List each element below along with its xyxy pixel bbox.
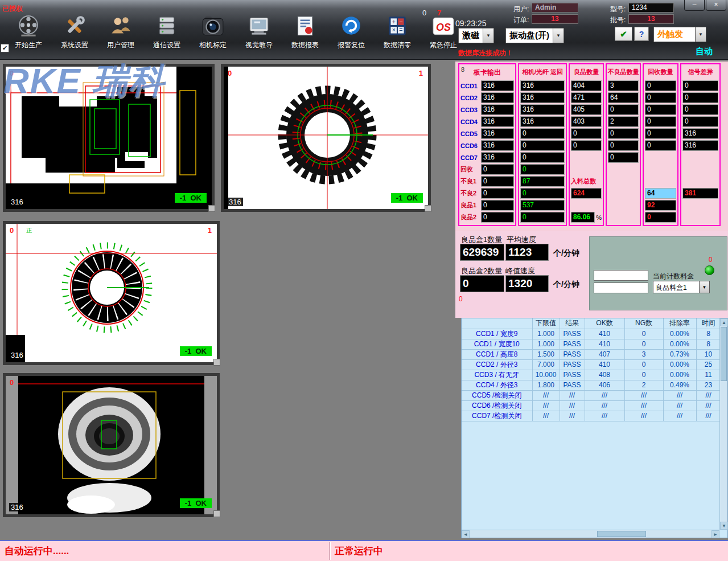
stat-value: 316: [481, 80, 514, 91]
vision-teaching-button[interactable]: 视觉教导: [238, 14, 279, 50]
stat-value: 64: [645, 188, 676, 199]
stat-value: 316: [481, 116, 514, 127]
good-box1-count: 629639: [460, 244, 504, 261]
scrollbar-thumb[interactable]: [597, 531, 646, 537]
data-report-button[interactable]: 数据报表: [285, 14, 326, 50]
horizontal-scrollbar[interactable]: ◄ ►: [462, 530, 719, 538]
order-label: 订单:: [513, 15, 529, 25]
hopper-input-2[interactable]: [594, 282, 648, 293]
camera-calibration-button[interactable]: 相机标定: [192, 14, 233, 50]
resize-grip[interactable]: [213, 359, 220, 366]
stat-row-label: CCD4: [460, 118, 481, 125]
table-row[interactable]: CCD2 / 外径3 7.000 PASS 410 0 0.00% 25: [462, 359, 721, 370]
camera4-count: 316: [9, 503, 25, 511]
stats-group-good-count: 良品数量 404 471 405 403 0 0 入料总数 624 86.06%: [569, 63, 604, 226]
scroll-left-icon[interactable]: ◄: [462, 530, 470, 538]
camera-view-3: 0 正 1 316 -1 OK: [3, 221, 220, 365]
result-ng: 0: [624, 339, 663, 349]
resize-grip[interactable]: [208, 205, 215, 212]
camera2-result-badge: -1 OK: [391, 193, 423, 203]
scroll-down-icon[interactable]: ▼: [720, 522, 728, 530]
stat-value: 0: [682, 104, 718, 115]
stat-row-label: CCD2: [460, 95, 481, 101]
camera1-frame-index: 0: [10, 69, 14, 77]
results-header: [462, 318, 532, 329]
camera2-frame-index: 0: [228, 69, 232, 77]
table-row[interactable]: CCD5 /检测关闭 /// /// /// /// /// ///: [462, 390, 721, 400]
stat-value: 404: [571, 80, 602, 91]
excite-combo[interactable]: 激磁 ▼: [458, 28, 494, 43]
table-row[interactable]: CCD1 / 高度8 1.500 PASS 407 3 0.73% 10: [462, 349, 721, 359]
result-name: CCD7 /检测关闭: [462, 411, 532, 421]
vibrator-combo[interactable]: 振动盘(开) ▼: [505, 28, 564, 43]
scroll-right-icon[interactable]: ►: [711, 530, 719, 538]
stat-value: 0: [481, 176, 514, 187]
alarm-count: 7: [437, 9, 441, 17]
result-name: CCD5 /检测关闭: [462, 390, 532, 400]
vibrator-combo-value: 振动盘(开): [505, 28, 553, 43]
result-ok: ///: [585, 411, 624, 421]
table-row[interactable]: CCD4 / 外径3 1.800 PASS 406 2 0.49% 23: [462, 380, 721, 390]
result-ng: ///: [624, 390, 663, 400]
model-field[interactable]: 1234: [628, 3, 674, 13]
camera2-count: 316: [227, 198, 243, 206]
chevron-down-icon[interactable]: ▼: [483, 28, 494, 43]
user-field[interactable]: Admin: [532, 3, 578, 13]
camera3-tally-mark: 正: [26, 227, 32, 235]
scroll-up-icon[interactable]: ▲: [720, 318, 728, 326]
result-limit: 10.000: [532, 370, 560, 380]
stat-value: 0: [520, 152, 565, 163]
hopper-input-1[interactable]: [594, 270, 648, 281]
chevron-down-icon[interactable]: ▼: [696, 27, 706, 42]
stat-value: 0: [682, 80, 718, 91]
toolbar-button-label: 相机标定: [199, 40, 227, 50]
confirm-button[interactable]: ✔: [615, 27, 632, 41]
table-row[interactable]: CCD6 /检测关闭 /// /// /// /// /// ///: [462, 400, 721, 411]
table-row[interactable]: CCD1 / 宽度10 1.000 PASS 410 0 0.00% 8: [462, 339, 721, 349]
resize-grip[interactable]: [213, 510, 220, 517]
scrollbar-thumb[interactable]: [721, 327, 727, 381]
vertical-scrollbar[interactable]: ▲ ▼: [719, 318, 727, 530]
stat-value: 537: [520, 200, 565, 211]
system-settings-button[interactable]: 系统设置: [54, 14, 95, 50]
resize-grip[interactable]: [425, 205, 431, 212]
table-row[interactable]: CCD7 /检测关闭 /// /// /// /// /// ///: [462, 411, 721, 421]
start-production-button[interactable]: 开始生产: [8, 14, 49, 50]
order-field[interactable]: 13: [532, 14, 578, 24]
user-management-button[interactable]: 用户管理: [100, 14, 141, 50]
side-checkbox[interactable]: ✔: [1, 44, 9, 52]
stat-value: 0: [608, 152, 639, 163]
avg-speed-value: 1123: [505, 244, 549, 261]
help-button[interactable]: ?: [634, 27, 649, 41]
stat-value: 0: [645, 116, 676, 127]
hopper-select[interactable]: 良品料盒1 ▼: [653, 281, 710, 293]
stat-row-label: 不良2: [460, 189, 481, 198]
alarm-reset-button[interactable]: 报警复位: [331, 14, 372, 50]
trigger-combo[interactable]: 外触发 ▼: [653, 27, 706, 42]
chevron-down-icon[interactable]: ▼: [700, 281, 710, 293]
stat-value: 316: [520, 116, 565, 127]
stat-value: 316: [481, 140, 514, 151]
result-ok: 408: [585, 370, 624, 380]
data-clear-button[interactable]: +−×= 数据清零: [377, 14, 418, 50]
close-button[interactable]: ×: [706, 0, 726, 11]
communication-settings-button[interactable]: 通信设置: [146, 14, 187, 50]
results-header: 下限值: [532, 318, 560, 329]
auto-mode-label: 自动: [696, 46, 713, 57]
stats-header: 不良品数量: [607, 64, 640, 80]
stat-value: 0: [571, 140, 602, 151]
toolbar-button-label: 开始生产: [15, 40, 42, 50]
status-led: [705, 265, 714, 275]
camera2-frame-index-right: 1: [419, 69, 423, 77]
camera2-image: [224, 67, 428, 209]
stats-corner-count: 8: [461, 66, 464, 73]
batch-field[interactable]: 13: [628, 14, 674, 24]
server-icon: [154, 14, 179, 39]
chevron-down-icon[interactable]: ▼: [553, 28, 564, 43]
result-ng: 0: [624, 329, 663, 339]
result-name: CCD1 / 宽度10: [462, 339, 532, 349]
table-row[interactable]: CCD1 / 宽度9 1.000 PASS 410 0 0.00% 8: [462, 329, 721, 339]
minimize-button[interactable]: –: [684, 0, 705, 11]
table-row[interactable]: CCD3 / 有无牙 10.000 PASS 408 0 0.00% 11: [462, 370, 721, 380]
peak-speed-unit: 个/分钟: [553, 280, 579, 290]
